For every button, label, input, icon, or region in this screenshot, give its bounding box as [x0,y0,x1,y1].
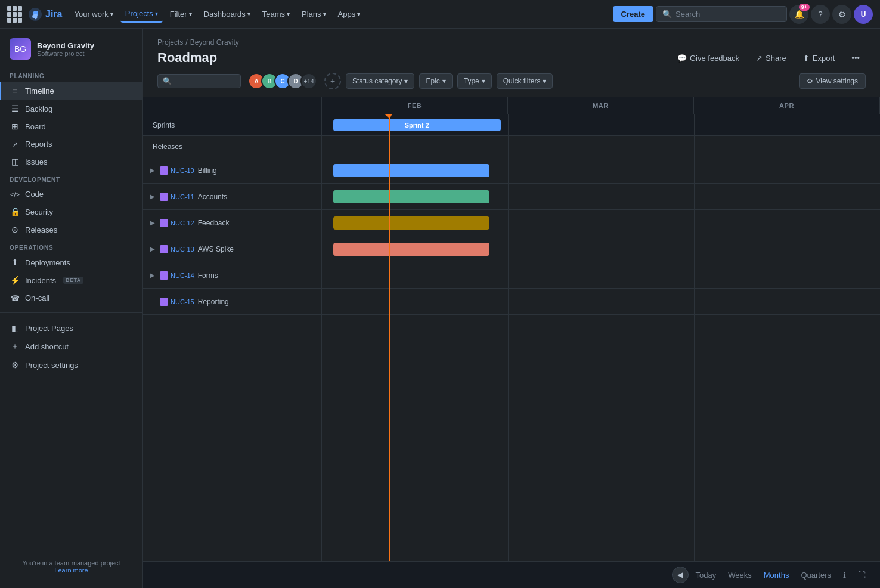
create-button[interactable]: Create [613,6,653,22]
epic-id-nuc11: NUC-11 [171,193,194,200]
project-info: Beyond Gravity Software project [37,41,94,57]
fullscreen-button[interactable]: ⛶ [853,568,870,583]
epic-name-nuc10[interactable]: Billing [198,166,217,175]
epic-bar-nuc10[interactable] [333,164,489,177]
epic-name-nuc11[interactable]: Accounts [198,193,227,201]
nav-dashboards[interactable]: Dashboards ▾ [199,6,255,22]
expand-nuc10[interactable]: ▶ [148,166,157,175]
sidebar-item-on-call[interactable]: ☎ On-call [0,289,142,307]
breadcrumb-project-link[interactable]: Beyond Gravity [190,38,239,47]
sidebar-item-board[interactable]: ⊞ Board [0,117,142,135]
epic-row-nuc14-left: ▶ NUC-14 Forms [143,262,321,289]
epic-name-nuc14[interactable]: Forms [198,271,218,280]
sidebar-item-incidents[interactable]: ⚡ Incidents BETA [0,271,142,289]
chevron-down-icon: ▾ [442,77,446,85]
nav-teams[interactable]: Teams ▾ [258,6,295,22]
share-icon: ↗ [756,54,763,63]
nav-plans[interactable]: Plans ▾ [297,6,331,22]
help-button[interactable]: ? [811,5,830,24]
more-actions-button[interactable]: ••• [845,51,866,66]
issues-icon: ◫ [10,157,20,166]
months-button[interactable]: Months [759,568,794,583]
epic-bar-nuc10-container [322,157,880,183]
chevron-down-icon: ▾ [247,11,250,17]
add-person-button[interactable]: + [324,73,341,89]
roadmap-search[interactable]: 🔍 [157,74,241,88]
settings-button[interactable]: ⚙ [832,5,851,24]
epic-dot-nuc10 [160,166,168,175]
incidents-icon: ⚡ [10,276,20,285]
notifications-button[interactable]: 🔔 9+ [789,5,808,24]
epic-bar-nuc15-container [322,289,880,314]
timeline-icon: ≡ [10,86,20,95]
search-input[interactable] [676,10,780,18]
security-icon: 🔒 [10,207,20,216]
planning-section-label: PLANNING [0,67,142,82]
epic-row-nuc10-left: ▶ NUC-10 Billing [143,157,321,184]
sidebar-item-releases[interactable]: ⊙ Releases [0,221,142,239]
jira-logo[interactable]: Jira [29,8,62,21]
epic-id-nuc13: NUC-13 [171,246,194,253]
reports-icon: ↗ [10,140,20,148]
sidebar-item-add-shortcut[interactable]: ＋ Add shortcut [0,337,142,356]
type-filter[interactable]: Type ▾ [457,73,492,89]
sidebar-divider [0,312,142,313]
roadmap-header: FEB MAR APR [143,97,880,114]
nav-projects[interactable]: Projects ▾ [120,5,163,23]
share-button[interactable]: ↗ Share [750,51,792,66]
operations-section-label: OPERATIONS [0,239,142,253]
nav-apps[interactable]: Apps ▾ [333,6,365,22]
expand-nuc13[interactable]: ▶ [148,245,157,254]
search-box[interactable]: 🔍 [656,6,787,22]
app-grid-icon[interactable] [7,6,24,23]
sidebar-item-code[interactable]: </> Code [0,185,142,203]
settings-sliders-icon: ⚙ [807,77,813,85]
sidebar-item-security[interactable]: 🔒 Security [0,203,142,221]
sidebar-item-deployments[interactable]: ⬆ Deployments [0,253,142,271]
sidebar-item-project-settings[interactable]: ⚙ Project settings [0,356,142,374]
learn-more-link[interactable]: Learn more [54,567,88,574]
nav-filter[interactable]: Filter ▾ [165,6,197,22]
epic-name-nuc12[interactable]: Feedback [198,219,230,227]
sidebar-item-backlog[interactable]: ☰ Backlog [0,100,142,117]
timeline-nav-prev[interactable]: ◀ [672,567,689,583]
roadmap-container: FEB MAR APR Sprints Releases [143,97,880,588]
epic-bar-nuc11[interactable] [333,190,489,203]
sidebar-item-project-pages[interactable]: ◧ Project Pages [0,319,142,337]
sidebar-item-issues[interactable]: ◫ Issues [0,153,142,171]
epic-dot-nuc15 [160,298,168,306]
main-content: Projects / Beyond Gravity Roadmap 💬 Give… [143,29,880,588]
breadcrumb-projects-link[interactable]: Projects [157,38,183,47]
give-feedback-button[interactable]: 💬 Give feedback [671,51,745,66]
breadcrumb-separator: / [185,38,187,47]
expand-nuc12[interactable]: ▶ [148,218,157,228]
user-avatar[interactable]: U [854,5,873,24]
epic-bar-nuc13[interactable] [333,243,489,256]
avatar-count[interactable]: +14 [300,73,317,89]
releases-row-right [322,136,880,157]
nav-your-work[interactable]: Your work ▾ [69,6,117,22]
expand-nuc14[interactable]: ▶ [148,271,157,280]
sprints-label-row: Sprints [143,114,321,136]
sidebar-item-reports[interactable]: ↗ Reports [0,135,142,153]
epic-bar-row-nuc11 [322,184,880,210]
quarters-button[interactable]: Quarters [796,568,836,583]
roadmap-search-input[interactable] [175,77,236,85]
epic-name-nuc15[interactable]: Reporting [198,298,229,306]
roadmap-right-panel: Sprint 2 [322,114,880,561]
info-button[interactable]: ℹ [838,568,851,583]
roadmap-left-panel: Sprints Releases ▶ NUC-10 Billing [143,114,322,561]
export-button[interactable]: ⬆ Export [797,51,841,66]
epic-filter[interactable]: Epic ▾ [419,73,452,89]
status-category-filter[interactable]: Status category ▾ [346,73,414,89]
epic-name-nuc13[interactable]: AWS Spike [198,245,234,253]
sprint-2-bar[interactable]: Sprint 2 [333,119,501,131]
view-settings-button[interactable]: ⚙ View settings [799,73,866,89]
epic-bar-nuc12[interactable] [333,216,489,230]
epic-bar-row-nuc12 [322,210,880,236]
sidebar-item-timeline[interactable]: ≡ Timeline [0,82,142,100]
today-button[interactable]: Today [691,568,721,583]
weeks-button[interactable]: Weeks [723,568,757,583]
quick-filters[interactable]: Quick filters ▾ [497,73,553,89]
expand-nuc11[interactable]: ▶ [148,192,157,202]
